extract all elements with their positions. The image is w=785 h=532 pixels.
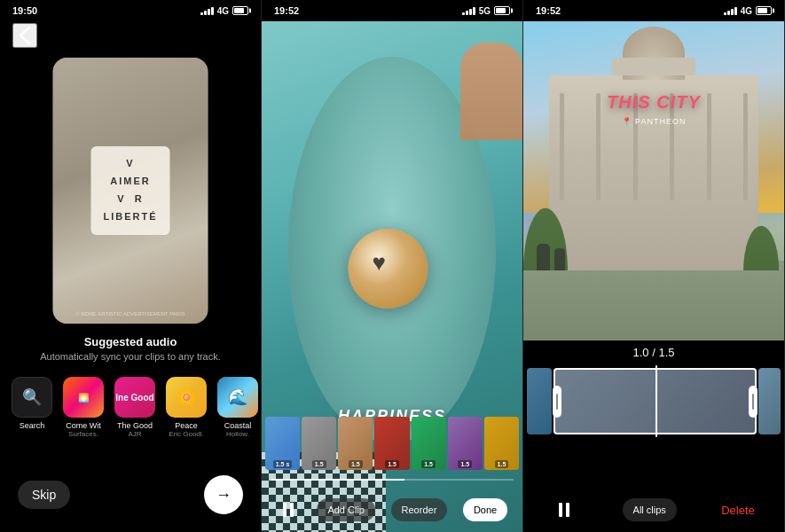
suggested-subtitle: Automatically sync your clips to any tra… — [0, 351, 261, 362]
network-1: 4G — [217, 6, 229, 16]
delete-button[interactable]: Delete — [721, 504, 755, 517]
reorder-button[interactable]: Reorder — [391, 498, 448, 521]
peace-sub: Eric Goodl. — [169, 430, 204, 438]
come-with-sub: Surfaces. — [68, 430, 98, 438]
the-good-label: The Good — [117, 421, 153, 430]
panel-clip-editor: 19:52 5G ♥ HAPPI — [262, 0, 523, 532]
film-clip-2[interactable]: 1.5 — [302, 417, 336, 470]
coastal-sub: Hollow. — [226, 430, 249, 438]
p1-bottom-controls: Skip → — [0, 475, 261, 514]
watermark-text: © SOME ARTISTIC ADVERTISEMENT PARIS — [53, 311, 208, 317]
coastal-label: Coastal — [224, 421, 252, 430]
suggested-title: Suggested audio — [0, 335, 261, 348]
come-with-label: Come Wit — [66, 421, 101, 430]
status-bar-2: 19:52 5G — [262, 0, 522, 18]
time-3: 19:52 — [536, 5, 561, 16]
panel-clip-trim: 19:52 4G — [523, 0, 785, 532]
svg-rect-3 — [566, 503, 569, 517]
time-1: 19:50 — [12, 5, 37, 16]
selected-clip[interactable] — [553, 368, 757, 434]
next-button[interactable]: → — [204, 475, 243, 514]
audio-the-good[interactable]: Ine Good The Good AJR — [112, 377, 158, 438]
audio-peace[interactable]: 🌼 Peace Eric Goodl. — [163, 377, 209, 438]
status-right-3: 4G — [724, 6, 772, 16]
audio-track-list: 🔍 Search 🌅 Come Wit Surfaces. Ine Good T… — [0, 377, 261, 438]
status-right-1: 4G — [200, 6, 248, 16]
film-clip-5[interactable]: 1.5 — [412, 417, 446, 470]
battery-icon-3 — [756, 6, 772, 15]
the-good-sub: AJR — [128, 430, 141, 438]
search-audio-icon: 🔍 — [12, 377, 52, 418]
progress-fill — [271, 479, 404, 481]
trim-controls: All clips Delete — [523, 498, 784, 521]
svg-rect-0 — [283, 503, 287, 517]
add-clip-button[interactable]: Add Clip — [317, 498, 375, 521]
trim-thumb-right-edge — [758, 368, 781, 434]
film-clip-7[interactable]: 1.5 — [484, 417, 519, 470]
filmstrip[interactable]: 1.5 s 1.5 1.5 1.5 1.5 1.5 1.5 — [262, 417, 522, 470]
done-button[interactable]: Done — [463, 498, 507, 521]
peace-label: Peace — [175, 421, 198, 430]
coastal-cover: 🌊 — [217, 377, 258, 418]
all-clips-label: All clips — [633, 505, 666, 515]
film-clip-3[interactable]: 1.5 — [338, 417, 373, 470]
battery-icon-2 — [494, 6, 510, 15]
skip-button[interactable]: Skip — [18, 481, 70, 509]
the-good-cover: Ine Good — [114, 377, 155, 418]
signal-icon-3 — [724, 6, 737, 15]
scrabble-tiles: VAIMERV RLIBERTÉ — [90, 146, 169, 234]
signal-icon-1 — [200, 6, 214, 15]
audio-coastal[interactable]: 🌊 Coastal Hollow. — [215, 377, 261, 438]
editor-controls: Add Clip Reorder Done — [262, 498, 522, 521]
playhead — [655, 365, 657, 437]
trim-handle-left[interactable] — [553, 386, 561, 418]
suggested-audio-section: Suggested audio Automatically sync your … — [0, 335, 261, 362]
status-bar-3: 19:52 4G — [523, 0, 784, 18]
film-clip-4[interactable]: 1.5 — [374, 417, 409, 470]
video-content-3: THIS CITY 📍 PANTHEON — [523, 21, 784, 340]
clip-counter: 1.0 / 1.5 — [523, 346, 784, 359]
trim-thumb-edge — [527, 368, 552, 434]
audio-come-with[interactable]: 🌅 Come Wit Surfaces. — [60, 377, 106, 438]
film-clip-1[interactable]: 1.5 s — [265, 417, 300, 470]
pause-button-3[interactable] — [553, 503, 577, 517]
svg-rect-2 — [559, 503, 562, 517]
playback-progress[interactable] — [271, 479, 514, 481]
peace-cover: 🌼 — [166, 377, 207, 418]
svg-rect-1 — [290, 503, 294, 517]
all-clips-button[interactable]: All clips — [623, 498, 677, 521]
network-3: 4G — [741, 6, 752, 16]
battery-icon-1 — [232, 6, 248, 15]
trim-handle-right[interactable] — [749, 386, 758, 418]
back-button[interactable] — [12, 23, 37, 48]
pause-button[interactable] — [277, 503, 302, 517]
search-label: Search — [20, 421, 45, 430]
trim-filmstrip[interactable] — [523, 368, 784, 434]
this-city-overlay: THIS CITY — [523, 92, 784, 113]
time-2: 19:52 — [274, 5, 299, 16]
preview-image: VAIMERV RLIBERTÉ © SOME ARTISTIC ADVERTI… — [53, 58, 208, 324]
film-clip-6[interactable]: 1.5 — [448, 417, 483, 470]
status-bar-1: 19:50 4G — [0, 0, 261, 18]
pantheon-scene: THIS CITY 📍 PANTHEON — [523, 21, 784, 340]
pantheon-location: 📍 PANTHEON — [523, 117, 784, 126]
status-right-2: 5G — [462, 6, 510, 16]
video-preview: VAIMERV RLIBERTÉ © SOME ARTISTIC ADVERTI… — [53, 58, 208, 324]
come-with-cover: 🌅 — [63, 377, 104, 418]
signal-icon-2 — [462, 6, 475, 15]
panel-suggested-audio: 19:50 4G VAIMERV RLIBERTÉ © SOME ARTISTI… — [0, 0, 262, 532]
network-2: 5G — [479, 6, 491, 16]
audio-search[interactable]: 🔍 Search — [9, 377, 55, 438]
